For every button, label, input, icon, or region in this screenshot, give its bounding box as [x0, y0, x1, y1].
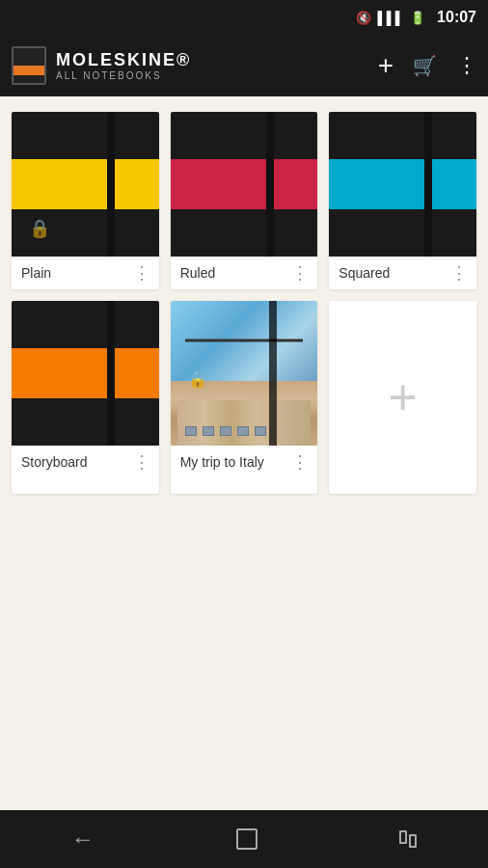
ruled-menu-button[interactable]: ⋮ [291, 264, 308, 282]
logo-section: MOLESKINE® ALL NOTEBOOKS [12, 46, 378, 85]
squared-title: Squared [339, 265, 390, 281]
top-bar: MOLESKINE® ALL NOTEBOOKS + 🛒 ⋮ [0, 35, 488, 96]
status-icons: 🔇 ▌▌▌ 🔋 10:07 [356, 9, 476, 26]
wire-line [185, 339, 303, 342]
notebook-ruled-cover [171, 112, 318, 257]
squared-label-row: Squared ⋮ [329, 257, 476, 289]
window-5 [255, 426, 266, 436]
notebook-storyboard[interactable]: Storyboard ⋮ [12, 301, 159, 494]
ruled-color-band [171, 159, 318, 209]
notebook-italy-trip[interactable]: 🔒 My trip to Italy ⋮ [171, 301, 318, 494]
italy-title: My trip to Italy [180, 454, 264, 470]
status-bar: 🔇 ▌▌▌ 🔋 10:07 [0, 0, 488, 35]
overflow-menu-button[interactable]: ⋮ [456, 53, 476, 78]
storyboard-title: Storyboard [21, 454, 87, 470]
recent-sq-1 [399, 830, 407, 844]
notebook-storyboard-cover [12, 301, 159, 446]
plain-label-row: Plain ⋮ [12, 257, 159, 289]
signal-icon: ▌▌▌ [377, 11, 404, 25]
recent-sq-2 [409, 834, 417, 848]
status-time: 10:07 [437, 9, 476, 26]
notebook-squared-cover [329, 112, 476, 257]
add-new-notebook-button[interactable]: + [329, 301, 476, 494]
italy-menu-button[interactable]: ⋮ [291, 453, 308, 471]
storyboard-color-band [12, 348, 159, 398]
italy-lock-icon: 🔒 [188, 370, 207, 389]
brand-subtitle: ALL NOTEBOOKS [56, 70, 191, 81]
add-plus-icon: + [388, 372, 417, 422]
plain-lock-icon: 🔒 [29, 218, 50, 239]
home-button[interactable] [236, 828, 258, 850]
brand-title: MOLESKINE® [56, 50, 191, 70]
window-3 [220, 426, 231, 436]
storyboard-menu-button[interactable]: ⋮ [133, 453, 149, 471]
plain-menu-button[interactable]: ⋮ [133, 264, 149, 282]
plain-cover-bg: 🔒 [12, 112, 159, 257]
notebooks-grid: 🔒 Plain ⋮ Ruled ⋮ Squared ⋮ [0, 96, 488, 509]
italy-sky [171, 301, 318, 381]
cart-button[interactable]: 🛒 [413, 54, 437, 77]
italy-label-row: My trip to Italy ⋮ [171, 446, 318, 478]
ruled-label-row: Ruled ⋮ [171, 257, 318, 289]
building-facade [177, 400, 310, 446]
logo-text: MOLESKINE® ALL NOTEBOOKS [56, 50, 191, 81]
squared-menu-button[interactable]: ⋮ [450, 264, 467, 282]
window-4 [237, 426, 249, 436]
notebook-ruled[interactable]: Ruled ⋮ [171, 112, 318, 289]
plain-color-band [12, 159, 159, 209]
bottom-nav-bar: ← [0, 810, 488, 868]
window-1 [185, 426, 197, 436]
storyboard-cover-bg [12, 301, 159, 446]
notebook-squared[interactable]: Squared ⋮ [329, 112, 476, 289]
storyboard-label-row: Storyboard ⋮ [12, 446, 159, 478]
notebook-italy-cover: 🔒 [171, 301, 318, 446]
squared-cover-bg [329, 112, 476, 257]
top-bar-actions: + 🛒 ⋮ [378, 50, 476, 81]
battery-icon: 🔋 [410, 11, 425, 25]
window-2 [203, 426, 214, 436]
italy-photo-cover: 🔒 [171, 301, 318, 446]
notebook-plain-cover: 🔒 [12, 112, 159, 257]
mute-icon: 🔇 [356, 11, 371, 25]
ruled-cover-bg [171, 112, 318, 257]
add-notebook-button[interactable]: + [378, 50, 393, 81]
back-button[interactable]: ← [71, 826, 95, 853]
ruled-title: Ruled [180, 265, 216, 281]
building-windows [185, 426, 303, 436]
squared-color-band [329, 159, 476, 209]
notebook-plain[interactable]: 🔒 Plain ⋮ [12, 112, 159, 289]
plain-title: Plain [21, 265, 51, 281]
recents-button[interactable] [399, 830, 417, 848]
italy-building [171, 381, 318, 447]
logo-notebook-icon [12, 46, 46, 85]
